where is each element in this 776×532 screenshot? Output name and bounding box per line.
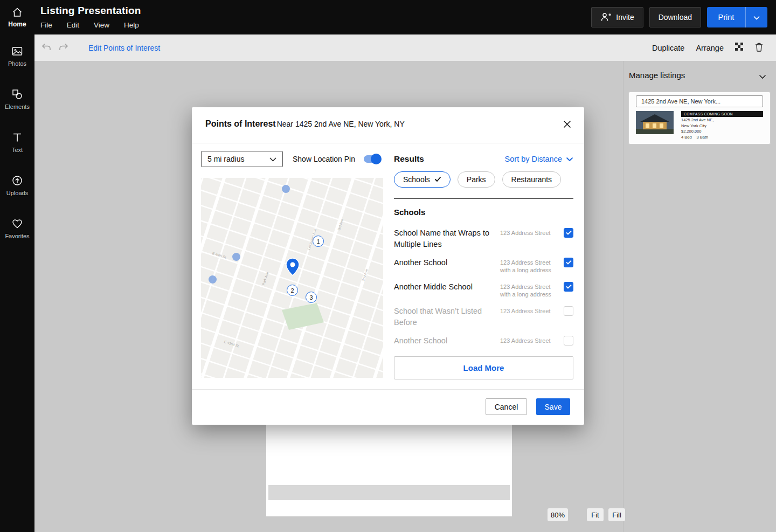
close-icon	[563, 120, 571, 130]
print-dropdown-button[interactable]	[745, 7, 767, 27]
poi-address: 123 Address Street	[500, 335, 552, 345]
listing-beds: 4 Bed	[681, 135, 692, 140]
page-placeholder-block	[268, 485, 510, 500]
poi-row: School that Wasn’t Listed Before 123 Add…	[394, 302, 573, 331]
filter-pill-parks[interactable]: Parks	[458, 171, 495, 188]
filter-pill-schools[interactable]: Schools	[394, 171, 451, 188]
sidebar-item-photos[interactable]: Photos	[0, 34, 34, 78]
sidebar-item-uploads[interactable]: Uploads	[0, 164, 34, 207]
dialog-subtitle: Near 1425 2nd Ave NE, New York, NY	[277, 120, 405, 128]
results-section-title: Schools	[394, 208, 573, 218]
poi-address: 123 Address Street	[500, 227, 552, 237]
save-button[interactable]: Save	[536, 398, 570, 415]
elements-icon	[11, 88, 23, 100]
close-button[interactable]	[563, 120, 571, 130]
footer-divider	[192, 389, 584, 390]
arrange-button[interactable]: Arrange	[696, 44, 724, 52]
redo-button[interactable]	[59, 43, 68, 53]
fill-button[interactable]: Fill	[608, 508, 625, 521]
poi-row: Another School 123 Address Street with a…	[394, 253, 573, 278]
poi-checkbox[interactable]	[564, 228, 573, 238]
sidebar-item-label: Elements	[5, 103, 30, 110]
sidebar-item-home[interactable]: Home	[0, 0, 34, 34]
filter-pill-label: Schools	[403, 175, 430, 184]
text-icon	[11, 132, 23, 143]
show-pin-toggle[interactable]	[364, 155, 380, 163]
menu-help[interactable]: Help	[124, 21, 139, 29]
delete-button[interactable]	[755, 43, 763, 53]
sidebar-item-label: Favorites	[5, 233, 29, 239]
poi-checkbox[interactable]	[564, 306, 573, 316]
listing-photo	[636, 111, 674, 134]
manage-listings-collapse-chevron-icon[interactable]	[759, 72, 766, 81]
context-toolbar: Edit Points of Interest Duplicate Arrang…	[34, 34, 776, 61]
poi-map[interactable]: 123Park AveLexington Ave3rd Ave2nd AveE …	[201, 178, 383, 378]
listing-price: $2,200,000	[681, 129, 763, 134]
home-icon	[11, 6, 23, 18]
menu-view[interactable]: View	[94, 21, 109, 29]
poi-name: Another School	[394, 335, 496, 347]
cancel-button[interactable]: Cancel	[486, 398, 527, 415]
undo-icon	[41, 43, 51, 53]
checkerboard-icon	[735, 43, 744, 53]
trash-icon	[755, 43, 763, 53]
invite-button[interactable]: Invite	[591, 7, 643, 27]
header-divider	[192, 143, 584, 143]
toggle-knob	[371, 154, 382, 164]
transparency-button[interactable]	[735, 43, 744, 53]
left-sidebar: Home Photos Elements Text Uploads Favori…	[0, 0, 34, 532]
top-bar: Listing Presentation FileEditViewHelp In…	[0, 0, 776, 34]
menu-file[interactable]: File	[40, 21, 52, 29]
map-marker-2[interactable]: 2	[287, 285, 298, 296]
filter-pill-label: Parks	[467, 175, 486, 184]
load-more-button[interactable]: Load More	[394, 356, 573, 379]
download-button[interactable]: Download	[649, 7, 701, 27]
sort-label: Sort by Distance	[505, 155, 562, 163]
radius-select[interactable]: 5 mi radius	[201, 151, 283, 167]
poi-checkbox[interactable]	[564, 282, 573, 292]
home-label: Home	[8, 20, 26, 28]
listing-status-badge: COMPASS COMING SOON	[681, 111, 763, 117]
filter-pills: Schools Parks Restaurants	[394, 171, 573, 188]
filter-pill-label: Restaurants	[511, 175, 552, 184]
app-title: Listing Presentation	[40, 5, 141, 17]
results-title: Results	[394, 154, 424, 164]
sidebar-item-label: Uploads	[6, 190, 28, 196]
person-plus-icon	[600, 12, 612, 23]
poi-address: 123 Address Street with a long address	[500, 281, 552, 299]
listing-details: COMPASS COMING SOON 1425 2nd Ave NE, New…	[681, 111, 763, 140]
listing-address-field[interactable]: 1425 2nd Ave NE, New York...	[636, 95, 763, 107]
map-poi-dot	[282, 185, 290, 193]
edit-points-of-interest-link[interactable]: Edit Points of Interest	[88, 34, 160, 61]
sidebar-item-label: Text	[12, 147, 23, 153]
sidebar-item-elements[interactable]: Elements	[0, 78, 34, 121]
chevron-down-icon	[269, 155, 276, 163]
listing-row[interactable]: COMPASS COMING SOON 1425 2nd Ave NE, New…	[636, 111, 763, 140]
menu-bar: FileEditViewHelp	[40, 21, 139, 29]
poi-list: School Name that Wraps to Multiple Lines…	[394, 224, 573, 350]
sidebar-item-favorites[interactable]: Favorites	[0, 207, 34, 250]
fit-button[interactable]: Fit	[587, 508, 604, 521]
poi-name: Another School	[394, 257, 496, 268]
sort-by-distance-dropdown[interactable]: Sort by Distance	[505, 154, 573, 164]
poi-row: Another Middle School 123 Address Street…	[394, 278, 573, 302]
filter-pill-restaurants[interactable]: Restaurants	[502, 171, 561, 188]
duplicate-button[interactable]: Duplicate	[652, 44, 684, 52]
favorites-icon	[11, 218, 23, 230]
sidebar-item-text[interactable]: Text	[0, 121, 34, 164]
location-pin-icon	[286, 258, 300, 278]
poi-checkbox[interactable]	[564, 336, 573, 346]
sidebar-item-label: Photos	[8, 60, 26, 67]
poi-checkbox[interactable]	[564, 258, 573, 267]
print-button[interactable]: Print	[707, 7, 745, 27]
check-icon	[434, 175, 441, 184]
undo-button[interactable]	[41, 43, 51, 53]
download-label: Download	[659, 13, 692, 22]
poi-address: 123 Address Street with a long address	[500, 257, 552, 274]
map-poi-dot	[232, 253, 240, 261]
manage-listings-title: Manage listings	[629, 71, 685, 80]
menu-edit[interactable]: Edit	[67, 21, 79, 29]
map-marker-3[interactable]: 3	[306, 292, 317, 303]
zoom-level-badge[interactable]: 80%	[548, 508, 568, 521]
redo-icon	[59, 43, 68, 53]
